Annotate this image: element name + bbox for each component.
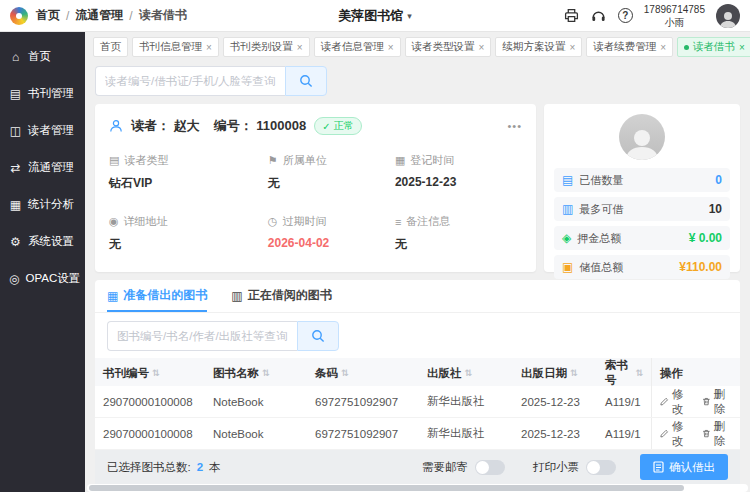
sidebar-item-circulation[interactable]: ⇄ 流通管理 [0, 149, 85, 186]
close-icon[interactable]: × [388, 42, 394, 53]
tab-reader-info[interactable]: 读者信息管理 × [314, 37, 401, 57]
books-card: ▦ 准备借出的图书 ▥ 正在借阅的图书 [95, 280, 740, 484]
field-unit: ⚑所属单位 无 [268, 153, 395, 192]
header-barcode[interactable]: 条码⇅ [307, 358, 419, 388]
print-label: 打印小票 [533, 460, 579, 475]
close-icon[interactable]: × [479, 42, 485, 53]
cell-barcode: 6972751092907 [307, 396, 419, 408]
sort-icon[interactable]: ⇅ [635, 368, 643, 378]
sort-icon[interactable]: ⇅ [152, 368, 160, 378]
book-search-input[interactable] [107, 321, 297, 351]
help-icon[interactable]: ? [618, 8, 633, 23]
delete-button[interactable]: 删除 [702, 419, 732, 449]
table-row: 29070000100008 NoteBook 6972751092907 新华… [95, 386, 740, 418]
stat-max-borrow: ▥ 最多可借 10 [554, 197, 730, 221]
sidebar-item-readers[interactable]: ◫ 读者管理 [0, 112, 85, 149]
reader-stats-card: ▤ 已借数量 0 ▥ 最多可借 10 ◈ 押金总额 ¥ 0.00 [544, 104, 740, 272]
cell-book-name: NoteBook [205, 428, 307, 440]
tab-home[interactable]: 首页 [93, 37, 128, 57]
mail-toggle[interactable] [475, 460, 505, 475]
close-icon[interactable]: × [739, 42, 745, 53]
clock-icon: ◷ [268, 215, 278, 228]
book-tab-label: 正在借阅的图书 [248, 287, 332, 304]
field-value: 无 [395, 236, 522, 253]
field-value: 无 [109, 236, 268, 253]
sort-icon[interactable]: ⇅ [341, 368, 349, 378]
sidebar-item-settings[interactable]: ⚙ 系统设置 [0, 223, 85, 260]
header-call-number[interactable]: 索书号⇅ [597, 358, 651, 388]
status-label: 正常 [334, 119, 354, 133]
reader-search-button[interactable] [285, 66, 327, 96]
reader-info-card: 读者： 赵大 编号： 1100008 ✓ 正常 ••• ▤读者类型 [95, 104, 536, 272]
field-register-date: ▦登记时间 2025-12-23 [395, 153, 522, 192]
close-icon[interactable]: × [569, 42, 575, 53]
breadcrumb-separator: / [66, 9, 69, 23]
header-label: 出版社 [427, 366, 462, 381]
sort-icon[interactable]: ⇅ [262, 368, 270, 378]
print-toggle[interactable] [586, 460, 616, 475]
horizontal-scrollbar-track [87, 484, 748, 492]
sidebar-item-statistics[interactable]: ▦ 统计分析 [0, 186, 85, 223]
sidebar-item-label: 统计分析 [28, 197, 74, 212]
field-value: 无 [268, 175, 395, 192]
cell-barcode: 6972751092907 [307, 428, 419, 440]
close-icon[interactable]: × [297, 42, 303, 53]
confirm-label: 确认借出 [669, 460, 715, 475]
sidebar-item-label: 书刊管理 [28, 86, 74, 101]
header-book-name[interactable]: 图书名称⇅ [205, 358, 307, 388]
user-name: 小雨 [644, 16, 705, 29]
document-icon [653, 461, 664, 473]
breadcrumb-circulation[interactable]: 流通管理 [75, 7, 123, 24]
confirm-borrow-button[interactable]: 确认借出 [640, 454, 728, 480]
tab-label: 读者借书 [693, 40, 735, 54]
chevron-down-icon: ▾ [407, 11, 412, 21]
tab-label: 读者类型设置 [412, 40, 475, 54]
sidebar-item-opac[interactable]: ◎ OPAC设置 [0, 260, 85, 297]
book-tabs: ▦ 准备借出的图书 ▥ 正在借阅的图书 [95, 280, 740, 313]
horizontal-scrollbar-thumb[interactable] [89, 485, 684, 491]
person-icon [109, 119, 123, 133]
more-actions-button[interactable]: ••• [507, 120, 522, 132]
reader-type-icon: ▤ [109, 154, 119, 167]
library-selector[interactable]: 美萍图书馆 ▾ [338, 0, 412, 32]
sidebar-item-books[interactable]: ▤ 书刊管理 [0, 75, 85, 112]
sidebar-item-home[interactable]: ⌂ 首页 [0, 38, 85, 75]
tab-reader-renewal[interactable]: 读者续费管理 × [586, 37, 673, 57]
print-icon[interactable] [564, 8, 580, 24]
header-publisher[interactable]: 出版社⇅ [419, 358, 513, 388]
reader-title: 读者： 赵大 编号： 1100008 [131, 117, 306, 135]
cell-operations: 修改 删除 [651, 386, 740, 417]
header-publish-date[interactable]: 出版日期⇅ [513, 358, 597, 388]
tab-reader-type[interactable]: 读者类型设置 × [405, 37, 492, 57]
field-label: 过期时间 [282, 214, 326, 229]
book-tab-label: 准备借出的图书 [123, 287, 207, 304]
edit-button[interactable]: 修改 [660, 387, 690, 417]
user-avatar[interactable] [716, 4, 740, 28]
edit-button[interactable]: 修改 [660, 419, 690, 449]
sort-icon[interactable]: ⇅ [570, 368, 578, 378]
sidebar-item-label: 首页 [28, 49, 51, 64]
breadcrumb-home[interactable]: 首页 [36, 7, 60, 24]
app-window: 首页 / 流通管理 / 读者借书 美萍图书馆 ▾ ? 17896714785 小… [0, 0, 750, 492]
field-value: 钻石VIP [109, 175, 268, 192]
deposit-icon: ◈ [562, 231, 571, 245]
tab-book-info[interactable]: 书刊信息管理 × [132, 37, 219, 57]
tab-books-to-borrow[interactable]: ▦ 准备借出的图书 [107, 287, 207, 312]
support-headset-icon[interactable] [591, 8, 607, 24]
gear-icon: ⚙ [9, 235, 22, 249]
book-search-button[interactable] [297, 321, 339, 351]
close-icon[interactable]: × [660, 42, 666, 53]
tab-renewal-plan[interactable]: 续期方案设置 × [495, 37, 582, 57]
sort-icon[interactable]: ⇅ [465, 368, 473, 378]
delete-button[interactable]: 删除 [702, 387, 732, 417]
header-book-code[interactable]: 书刊编号⇅ [95, 358, 205, 388]
borrow-footer-bar: 已选择图书总数: 2 本 需要邮寄 打印小票 确 [95, 450, 740, 484]
reader-search-row [95, 66, 740, 96]
tab-reader-borrow-active[interactable]: 读者借书 × [677, 37, 750, 57]
tab-books-borrowing[interactable]: ▥ 正在借阅的图书 [231, 287, 331, 312]
calendar-icon: ▦ [395, 154, 405, 167]
tab-book-category[interactable]: 书刊类别设置 × [223, 37, 310, 57]
close-icon[interactable]: × [206, 42, 212, 53]
reader-search-input[interactable] [95, 66, 285, 96]
stat-label: 最多可借 [579, 202, 623, 217]
